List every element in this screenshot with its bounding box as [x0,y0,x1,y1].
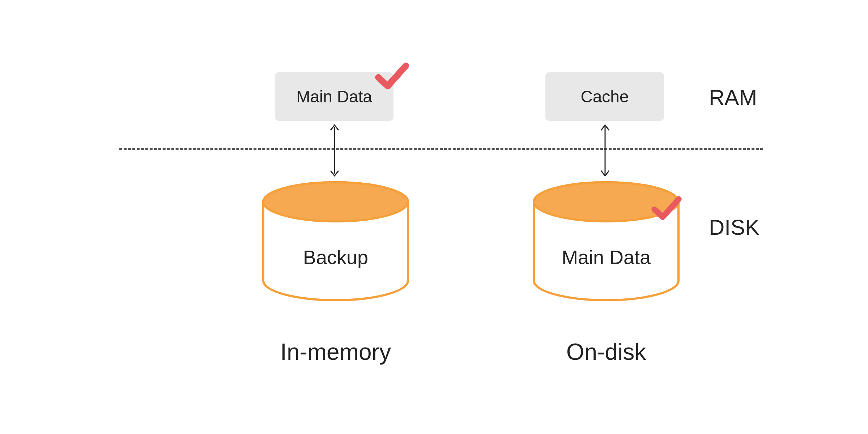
column-title-right: On-disk [516,339,697,365]
ram-box-left: Main Data [275,72,393,121]
svg-point-5 [534,182,678,221]
ram-row-label: RAM [709,85,757,110]
disk-cylinder-left [260,180,411,303]
disk-cylinder-right [531,180,681,303]
ram-box-right: Cache [545,72,664,121]
bi-arrow-icon [329,122,340,179]
column-title-left: In-memory [245,339,426,365]
svg-point-2 [263,182,408,221]
disk-row-label: DISK [709,215,760,240]
ram-disk-divider [119,148,763,150]
ram-box-left-label: Main Data [296,87,372,106]
disk-cylinder-right-label: Main Data [534,246,678,268]
bi-arrow-icon [600,122,610,179]
disk-cylinder-left-label: Backup [263,246,408,268]
ram-box-right-label: Cache [581,87,629,106]
